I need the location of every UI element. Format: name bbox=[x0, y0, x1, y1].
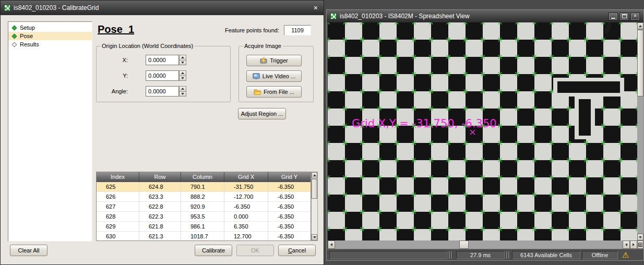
scroll-up-icon[interactable] bbox=[637, 22, 643, 29]
cell-column: 790.1 bbox=[181, 182, 224, 192]
close-icon: × bbox=[634, 14, 637, 19]
from-file-button[interactable]: From File ... bbox=[246, 86, 302, 98]
step-done-icon bbox=[12, 25, 17, 30]
trigger-button[interactable]: Trigger bbox=[246, 55, 302, 66]
calibrate-button[interactable]: Calibrate bbox=[195, 245, 232, 256]
spreadsheet-titlebar[interactable]: is8402_010203 - IS8402M - Spreadsheet Vi… bbox=[327, 10, 643, 22]
cell-column: 1018.7 bbox=[181, 232, 224, 241]
table-row[interactable]: 625 624.8 790.1 -31.750 -6.350 bbox=[97, 182, 311, 192]
spin-up-icon[interactable] bbox=[179, 86, 186, 92]
scroll-right-icon[interactable] bbox=[630, 240, 637, 249]
acquire-image-group: Acquire Image Trigger Live Video ... bbox=[238, 46, 314, 102]
angle-spinner[interactable] bbox=[179, 86, 186, 97]
minimize-button[interactable] bbox=[609, 13, 618, 20]
y-field-row: Y: bbox=[97, 70, 230, 81]
x-spinner[interactable] bbox=[179, 55, 186, 65]
cell-index: 628 bbox=[97, 212, 139, 222]
spin-up-icon[interactable] bbox=[179, 55, 186, 61]
adjust-region-button[interactable]: Adjust Region ... bbox=[238, 108, 286, 119]
horizontal-scrollbar[interactable] bbox=[328, 240, 637, 249]
status-bar: 27.9 ms 6143 Available Cells Offline ⚠ bbox=[327, 249, 643, 260]
trigger-button-label: Trigger bbox=[270, 57, 288, 64]
cell-row: 621.8 bbox=[139, 222, 181, 232]
origin-location-group: Origin Location (World Coordinates) X: Y… bbox=[96, 46, 231, 102]
cell-index: 627 bbox=[97, 202, 139, 212]
table-row[interactable]: 626 623.3 888.2 -12.700 -6.350 bbox=[97, 192, 311, 202]
acquire-group-title: Acquire Image bbox=[243, 43, 283, 49]
feature-points-value: 1109 bbox=[284, 25, 311, 35]
cell-grid-x: 6.350 bbox=[224, 222, 268, 232]
cell-grid-y: -6.350 bbox=[268, 212, 311, 222]
scroll-down-icon[interactable] bbox=[637, 234, 643, 240]
cell-grid-x: 12.700 bbox=[224, 232, 268, 241]
tree-item-label: Setup bbox=[20, 25, 35, 31]
spin-down-icon[interactable] bbox=[179, 92, 186, 97]
calibrate-titlebar[interactable]: is8402_010203 - CalibrateGrid × bbox=[1, 1, 324, 15]
table-row[interactable]: 629 621.8 986.1 6.350 -6.350 bbox=[97, 222, 311, 232]
cell-grid-x: 0.000 bbox=[224, 212, 268, 222]
angle-input[interactable] bbox=[146, 86, 179, 97]
adjust-region-label: Adjust Region ... bbox=[241, 111, 283, 117]
y-spinner[interactable] bbox=[179, 70, 186, 81]
scroll-up-icon[interactable] bbox=[312, 172, 317, 178]
maximize-button[interactable] bbox=[619, 13, 629, 20]
scroll-left-icon[interactable] bbox=[623, 240, 630, 249]
y-input[interactable] bbox=[146, 70, 179, 81]
scroll-thumb[interactable] bbox=[312, 179, 317, 199]
step-done-icon bbox=[12, 33, 17, 39]
x-input[interactable] bbox=[146, 55, 179, 65]
grid-view-corner-button[interactable] bbox=[637, 240, 643, 249]
maximize-icon bbox=[622, 14, 627, 18]
acquisition-time: 27.9 ms bbox=[456, 251, 505, 259]
cell-column: 986.1 bbox=[181, 222, 224, 232]
clear-all-label: Clear All bbox=[18, 247, 40, 254]
column-header-index[interactable]: Index bbox=[97, 172, 139, 182]
clear-all-button[interactable]: Clear All bbox=[10, 245, 47, 256]
cell-grid-y: -6.350 bbox=[268, 222, 311, 232]
scroll-left-icon[interactable] bbox=[328, 240, 335, 249]
cell-index: 630 bbox=[97, 232, 139, 241]
x-label: X: bbox=[99, 55, 128, 65]
cell-row: 624.8 bbox=[139, 182, 181, 192]
warning-icon[interactable]: ⚠ bbox=[622, 250, 629, 260]
cancel-button[interactable]: Cancel bbox=[278, 245, 316, 256]
image-viewport[interactable]: Grid X,Y = -31.750, -6.350 bbox=[328, 22, 637, 240]
live-video-button[interactable]: Live Video ... bbox=[246, 70, 302, 82]
tree-item-setup[interactable]: Setup bbox=[8, 23, 92, 32]
column-header-column[interactable]: Column bbox=[181, 172, 224, 182]
step-pending-icon bbox=[12, 42, 17, 47]
scroll-thumb[interactable] bbox=[459, 240, 469, 249]
step-tree: Setup Pose Results bbox=[8, 21, 92, 242]
feature-table-header: Index Row Column Grid X Grid Y bbox=[97, 172, 311, 182]
status-progress-segment bbox=[329, 251, 447, 259]
scroll-thumb[interactable] bbox=[637, 30, 643, 97]
tree-item-pose[interactable]: Pose bbox=[8, 32, 92, 40]
table-row[interactable]: 627 622.8 920.9 -6.350 -6.350 bbox=[97, 202, 311, 212]
table-row[interactable]: 628 622.3 953.5 0.000 -6.350 bbox=[97, 212, 311, 222]
vertical-scrollbar[interactable] bbox=[637, 22, 643, 240]
cell-grid-x: -12.700 bbox=[224, 192, 268, 202]
cell-index: 629 bbox=[97, 222, 139, 232]
grid-overlay-text: Grid X,Y = -31.750, -6.350 bbox=[352, 117, 497, 130]
scroll-down-icon[interactable] bbox=[312, 234, 317, 240]
cell-grid-y: -6.350 bbox=[268, 182, 311, 192]
ok-button: OK bbox=[236, 245, 274, 256]
tree-item-results[interactable]: Results bbox=[8, 40, 92, 49]
table-row[interactable]: 630 621.3 1018.7 12.700 -6.350 bbox=[97, 232, 311, 241]
from-file-icon bbox=[254, 88, 261, 95]
grid-icon bbox=[638, 243, 642, 247]
column-header-grid-y[interactable]: Grid Y bbox=[268, 172, 311, 182]
spin-up-icon[interactable] bbox=[179, 70, 186, 76]
close-icon[interactable]: × bbox=[312, 4, 320, 12]
spin-down-icon[interactable] bbox=[179, 61, 186, 66]
column-header-row[interactable]: Row bbox=[139, 172, 181, 182]
insight-app-icon bbox=[330, 13, 337, 19]
table-scrollbar[interactable] bbox=[311, 172, 318, 241]
cell-row: 622.3 bbox=[139, 212, 181, 222]
column-header-grid-x[interactable]: Grid X bbox=[224, 172, 268, 182]
spin-down-icon[interactable] bbox=[179, 76, 186, 81]
origin-group-title: Origin Location (World Coordinates) bbox=[100, 43, 195, 49]
close-button[interactable]: × bbox=[630, 13, 640, 20]
connection-status: Offline bbox=[582, 251, 618, 259]
tree-item-label: Pose bbox=[20, 33, 33, 39]
